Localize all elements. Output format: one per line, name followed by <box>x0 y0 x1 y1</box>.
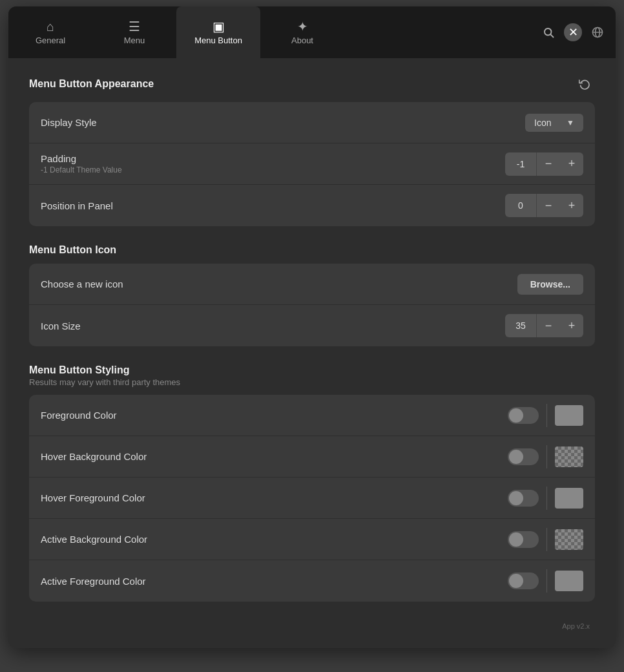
toggle-divider-4 <box>546 528 547 551</box>
browse-label: Browse... <box>530 279 570 289</box>
position-row: Position in Panel 0 − + <box>29 185 595 226</box>
nav-tabs: ⌂ General ☰ Menu ▣ Menu Button ✦ About <box>8 6 538 58</box>
icon-size-row: Icon Size 35 − + <box>29 305 595 346</box>
hover-fg-color-toggle[interactable] <box>508 490 539 507</box>
hover-bg-color-controls <box>508 445 583 468</box>
active-fg-color-row: Active Foreground Color <box>29 560 595 602</box>
menu-button-icon: ▣ <box>213 20 225 33</box>
active-fg-color-toggle[interactable] <box>508 572 539 589</box>
toggle-divider-1 <box>546 404 547 427</box>
position-value: 0 <box>505 194 536 217</box>
foreground-color-toggle[interactable] <box>508 407 539 424</box>
toggle-divider-3 <box>546 487 547 510</box>
tab-menu-button[interactable]: ▣ Menu Button <box>176 6 260 58</box>
icon-size-decrement-button[interactable]: − <box>537 314 560 337</box>
app-window: ⌂ General ☰ Menu ▣ Menu Button ✦ About <box>8 6 616 648</box>
icon-size-stepper: 35 − + <box>505 314 583 337</box>
app-version: App v2.x <box>29 620 595 633</box>
foreground-color-swatch[interactable] <box>555 405 583 426</box>
about-icon: ✦ <box>297 20 308 33</box>
icon-title: Menu Button Icon <box>29 244 116 256</box>
active-fg-color-controls <box>508 569 583 593</box>
active-bg-color-swatch[interactable] <box>555 529 583 550</box>
foreground-color-label: Foreground Color <box>41 410 117 421</box>
hover-fg-color-swatch[interactable] <box>555 488 583 509</box>
active-fg-color-swatch[interactable] <box>555 571 583 591</box>
appearance-header: Menu Button Appearance <box>29 74 595 94</box>
styling-title: Menu Button Styling <box>29 364 180 376</box>
padding-sublabel: -1 Default Theme Value <box>41 165 122 174</box>
search-button[interactable] <box>538 22 559 43</box>
menu-icon: ☰ <box>129 20 140 33</box>
tab-general[interactable]: ⌂ General <box>8 6 92 58</box>
hover-fg-color-row: Hover Foreground Color <box>29 478 595 519</box>
padding-label-group: Padding -1 Default Theme Value <box>41 153 122 174</box>
hover-bg-color-label: Hover Background Color <box>41 451 147 462</box>
choose-icon-label: Choose a new icon <box>41 278 123 289</box>
top-bar-actions: ✕ <box>538 22 616 43</box>
icon-section: Menu Button Icon Choose a new icon Brows… <box>29 244 595 346</box>
active-fg-color-label: Active Foreground Color <box>41 576 146 587</box>
tab-menu-button-label: Menu Button <box>194 36 242 45</box>
tab-about-label: About <box>291 36 313 45</box>
padding-value: -1 <box>505 152 536 176</box>
top-bar: ⌂ General ☰ Menu ▣ Menu Button ✦ About <box>8 6 616 58</box>
display-style-label: Display Style <box>41 117 97 128</box>
language-button[interactable] <box>587 22 608 43</box>
close-button[interactable]: ✕ <box>564 23 582 41</box>
active-bg-color-row: Active Background Color <box>29 519 595 560</box>
styling-card: Foreground Color Hover Background Color <box>29 395 595 602</box>
tab-menu-label: Menu <box>124 36 145 45</box>
foreground-color-controls <box>508 404 583 427</box>
appearance-card: Display Style Icon ▼ Padding -1 Default … <box>29 102 595 226</box>
padding-stepper: -1 − + <box>505 152 583 176</box>
icon-size-increment-button[interactable]: + <box>560 314 583 337</box>
main-content: Menu Button Appearance Display Style Ico… <box>8 58 616 648</box>
styling-title-group: Menu Button Styling Results may vary wit… <box>29 364 180 387</box>
svg-line-1 <box>550 34 553 37</box>
hover-fg-color-controls <box>508 487 583 510</box>
padding-row: Padding -1 Default Theme Value -1 − + <box>29 143 595 185</box>
icon-card: Choose a new icon Browse... Icon Size 35… <box>29 264 595 346</box>
display-style-value: Icon <box>534 118 551 128</box>
appearance-section: Menu Button Appearance Display Style Ico… <box>29 74 595 226</box>
foreground-color-row: Foreground Color <box>29 395 595 436</box>
toggle-divider-2 <box>546 445 547 468</box>
active-bg-color-toggle[interactable] <box>508 531 539 548</box>
display-style-row: Display Style Icon ▼ <box>29 102 595 143</box>
styling-section: Menu Button Styling Results may vary wit… <box>29 364 595 602</box>
appearance-title: Menu Button Appearance <box>29 78 154 90</box>
icon-size-value: 35 <box>505 314 536 337</box>
icon-size-label: Icon Size <box>41 320 81 331</box>
reset-button[interactable] <box>574 74 595 94</box>
choose-icon-row: Choose a new icon Browse... <box>29 264 595 305</box>
position-decrement-button[interactable]: − <box>537 194 560 217</box>
chevron-down-icon: ▼ <box>567 118 574 127</box>
icon-header: Menu Button Icon <box>29 244 595 256</box>
padding-label: Padding <box>41 153 122 164</box>
position-label: Position in Panel <box>41 200 113 211</box>
toggle-divider-5 <box>546 569 547 593</box>
display-style-dropdown[interactable]: Icon ▼ <box>525 114 583 132</box>
padding-decrement-button[interactable]: − <box>537 152 560 176</box>
browse-button[interactable]: Browse... <box>517 274 583 295</box>
padding-increment-button[interactable]: + <box>560 152 583 176</box>
hover-fg-color-label: Hover Foreground Color <box>41 492 145 503</box>
hover-bg-color-toggle[interactable] <box>508 448 539 465</box>
tab-general-label: General <box>36 36 65 45</box>
tab-about[interactable]: ✦ About <box>260 6 344 58</box>
hover-bg-color-swatch[interactable] <box>555 446 583 467</box>
hover-bg-color-row: Hover Background Color <box>29 436 595 478</box>
styling-header: Menu Button Styling Results may vary wit… <box>29 364 595 387</box>
home-icon: ⌂ <box>47 20 54 33</box>
position-stepper: 0 − + <box>505 194 583 217</box>
active-bg-color-label: Active Background Color <box>41 534 147 545</box>
styling-subtitle: Results may vary with third party themes <box>29 377 180 387</box>
position-increment-button[interactable]: + <box>560 194 583 217</box>
tab-menu[interactable]: ☰ Menu <box>92 6 176 58</box>
active-bg-color-controls <box>508 528 583 551</box>
